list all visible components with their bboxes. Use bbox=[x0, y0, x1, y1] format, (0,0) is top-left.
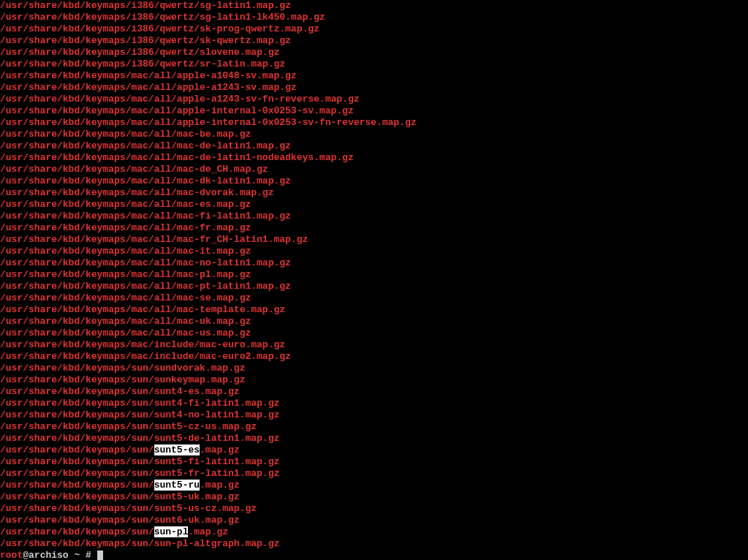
file-path-line: /usr/share/kbd/keymaps/sun/sunt5-fi-lati… bbox=[0, 456, 748, 468]
file-path-line: /usr/share/kbd/keymaps/sun/sunt5-cz-us.m… bbox=[0, 421, 748, 433]
prompt-sep: ~ # bbox=[69, 550, 97, 560]
file-path-line: /usr/share/kbd/keymaps/mac/all/mac-fr_CH… bbox=[0, 234, 748, 246]
file-path-line: /usr/share/kbd/keymaps/i386/qwertz/sk-pr… bbox=[0, 23, 748, 35]
file-path-line: /usr/share/kbd/keymaps/sun/sun-pl-altgra… bbox=[0, 538, 748, 550]
file-path-line: /usr/share/kbd/keymaps/mac/include/mac-e… bbox=[0, 351, 748, 363]
file-path-line: /usr/share/kbd/keymaps/mac/all/mac-templ… bbox=[0, 304, 748, 316]
file-path-line: /usr/share/kbd/keymaps/mac/all/mac-dk-la… bbox=[0, 175, 748, 187]
file-path-line: /usr/share/kbd/keymaps/mac/all/apple-int… bbox=[0, 105, 748, 117]
cursor bbox=[97, 550, 103, 560]
file-path-line: /usr/share/kbd/keymaps/mac/all/mac-it.ma… bbox=[0, 246, 748, 257]
file-path-line: /usr/share/kbd/keymaps/mac/all/mac-de_CH… bbox=[0, 164, 748, 175]
file-path-line: /usr/share/kbd/keymaps/mac/all/mac-se.ma… bbox=[0, 292, 748, 304]
file-path-line: /usr/share/kbd/keymaps/mac/all/mac-es.ma… bbox=[0, 199, 748, 211]
file-path-prefix: /usr/share/kbd/keymaps/sun/ bbox=[0, 526, 154, 537]
file-path-highlight: sunt5-es bbox=[154, 444, 200, 455]
file-path-line: /usr/share/kbd/keymaps/sun/sunt4-es.map.… bbox=[0, 386, 748, 398]
prompt-host: archiso bbox=[29, 550, 69, 560]
file-path-line: /usr/share/kbd/keymaps/mac/all/apple-a12… bbox=[0, 82, 748, 94]
file-path-line: /usr/share/kbd/keymaps/mac/all/mac-fr.ma… bbox=[0, 222, 748, 234]
file-path-suffix: .map.gz bbox=[200, 444, 240, 455]
file-path-line: /usr/share/kbd/keymaps/mac/all/mac-uk.ma… bbox=[0, 316, 748, 328]
file-path-line: /usr/share/kbd/keymaps/sun/sunkeymap.map… bbox=[0, 374, 748, 386]
file-path-line: /usr/share/kbd/keymaps/i386/qwertz/sk-qw… bbox=[0, 35, 748, 47]
file-path-line: /usr/share/kbd/keymaps/sun/sunt5-us-cz.m… bbox=[0, 503, 748, 515]
shell-prompt[interactable]: root@archiso ~ # bbox=[0, 550, 748, 560]
file-path-line: /usr/share/kbd/keymaps/mac/all/apple-a10… bbox=[0, 70, 748, 82]
file-path-highlight: sun-pl bbox=[154, 526, 189, 537]
file-path-line: /usr/share/kbd/keymaps/sun/sunt4-fi-lati… bbox=[0, 398, 748, 409]
file-path-prefix: /usr/share/kbd/keymaps/sun/ bbox=[0, 480, 154, 491]
file-path-line: /usr/share/kbd/keymaps/sun/sunt5-de-lati… bbox=[0, 433, 748, 444]
file-path-line: /usr/share/kbd/keymaps/mac/all/mac-pt-la… bbox=[0, 281, 748, 292]
prompt-at: @ bbox=[23, 550, 29, 560]
file-path-line-highlighted: /usr/share/kbd/keymaps/sun/sun-pl.map.gz bbox=[0, 526, 748, 538]
file-path-highlight: sunt5-ru bbox=[154, 480, 200, 491]
file-path-line: /usr/share/kbd/keymaps/mac/all/mac-de-la… bbox=[0, 140, 748, 152]
file-path-line: /usr/share/kbd/keymaps/sun/sunt5-uk.map.… bbox=[0, 491, 748, 503]
file-path-line: /usr/share/kbd/keymaps/i386/qwertz/sg-la… bbox=[0, 0, 748, 12]
file-path-line: /usr/share/kbd/keymaps/sun/sundvorak.map… bbox=[0, 363, 748, 374]
file-path-line: /usr/share/kbd/keymaps/mac/all/mac-be.ma… bbox=[0, 129, 748, 140]
file-path-line: /usr/share/kbd/keymaps/mac/all/mac-pl.ma… bbox=[0, 269, 748, 281]
file-path-line: /usr/share/kbd/keymaps/sun/sunt6-uk.map.… bbox=[0, 515, 748, 526]
file-path-line: /usr/share/kbd/keymaps/mac/all/apple-a12… bbox=[0, 94, 748, 105]
file-path-line: /usr/share/kbd/keymaps/i386/qwertz/sr-la… bbox=[0, 58, 748, 70]
file-path-line: /usr/share/kbd/keymaps/sun/sunt4-no-lati… bbox=[0, 409, 748, 421]
file-path-line-highlighted: /usr/share/kbd/keymaps/sun/sunt5-ru.map.… bbox=[0, 480, 748, 491]
file-path-line: /usr/share/kbd/keymaps/mac/all/mac-dvora… bbox=[0, 187, 748, 199]
prompt-user: root bbox=[0, 550, 23, 560]
file-path-prefix: /usr/share/kbd/keymaps/sun/ bbox=[0, 444, 154, 455]
file-path-line: /usr/share/kbd/keymaps/mac/all/mac-no-la… bbox=[0, 257, 748, 269]
terminal-output[interactable]: /usr/share/kbd/keymaps/i386/qwertz/sg-la… bbox=[0, 0, 748, 560]
file-path-line: /usr/share/kbd/keymaps/mac/all/mac-us.ma… bbox=[0, 328, 748, 339]
file-path-suffix: .map.gz bbox=[188, 526, 228, 537]
file-path-line: /usr/share/kbd/keymaps/mac/all/apple-int… bbox=[0, 117, 748, 129]
file-path-line: /usr/share/kbd/keymaps/i386/qwertz/sg-la… bbox=[0, 12, 748, 23]
file-path-line-highlighted: /usr/share/kbd/keymaps/sun/sunt5-es.map.… bbox=[0, 444, 748, 456]
file-path-line: /usr/share/kbd/keymaps/mac/include/mac-e… bbox=[0, 339, 748, 351]
file-path-line: /usr/share/kbd/keymaps/mac/all/mac-de-la… bbox=[0, 152, 748, 164]
file-path-line: /usr/share/kbd/keymaps/i386/qwertz/slove… bbox=[0, 47, 748, 58]
file-path-suffix: .map.gz bbox=[200, 480, 240, 491]
file-path-line: /usr/share/kbd/keymaps/sun/sunt5-fr-lati… bbox=[0, 468, 748, 480]
file-path-line: /usr/share/kbd/keymaps/mac/all/mac-fi-la… bbox=[0, 211, 748, 222]
